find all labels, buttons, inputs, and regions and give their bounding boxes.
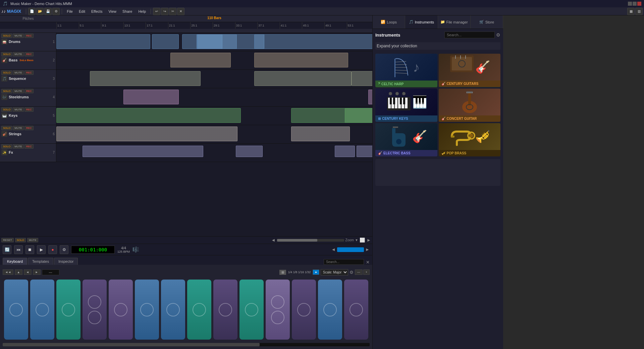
grid-view-2[interactable]: ▥ <box>635 8 643 15</box>
metronome-button[interactable]: 🎼 <box>132 246 139 253</box>
reset-button[interactable]: RESET <box>1 238 14 242</box>
menu-share[interactable]: Share <box>120 9 135 14</box>
instrument-card-century-guitars[interactable]: 🎸 CENTURY GUITARS <box>439 54 501 87</box>
piano-scrollbar[interactable] <box>3 343 370 346</box>
instruments-search[interactable] <box>444 32 495 38</box>
piano-key-3[interactable] <box>56 280 80 340</box>
piano-key-5[interactable] <box>109 280 133 340</box>
piano-key-9[interactable] <box>213 280 237 340</box>
instrument-card-century-keys[interactable]: ⊞ CENTURY KEYS <box>375 89 437 122</box>
instrument-card-celtic-harp[interactable]: 𝄢 CELTIC HARP <box>375 54 437 87</box>
track-6-content[interactable] <box>56 125 372 143</box>
volume-left[interactable]: ◄ <box>331 247 336 252</box>
kb-nav-3[interactable]: ◄ <box>24 269 32 275</box>
kb-ctrl-1[interactable]: — <box>355 269 363 275</box>
kb-nav-1[interactable]: ◄◄ <box>3 269 13 275</box>
menu-edit[interactable]: Edit <box>76 9 88 14</box>
track-5-content[interactable] <box>56 107 372 125</box>
minimize-button[interactable] <box>628 2 632 6</box>
piano-key-2[interactable] <box>30 280 54 340</box>
zoom-scrollbar[interactable] <box>277 239 344 242</box>
track-expand-button[interactable]: ⬜ <box>360 238 365 243</box>
track-3-rec[interactable]: REC <box>24 70 34 75</box>
menu-file[interactable]: File <box>64 9 75 14</box>
instruments-settings-button[interactable]: ⚙ <box>496 32 500 38</box>
tab-loops[interactable]: 🔁 Loops <box>373 15 405 29</box>
track-4-solo[interactable]: SOLO <box>1 89 12 93</box>
kb-ctrl-2[interactable]: + <box>363 269 370 275</box>
cut-button[interactable]: ✂ <box>169 8 176 15</box>
track-2-content[interactable] <box>56 51 372 69</box>
stop-button[interactable]: ⏹ <box>25 245 34 254</box>
track-3-mute[interactable]: MUTE <box>13 70 24 75</box>
track-4-mute[interactable]: MUTE <box>13 89 24 93</box>
track-2-rec[interactable]: REC <box>24 52 34 56</box>
track-1-mute[interactable]: MUTE <box>13 34 24 38</box>
tab-instruments[interactable]: 🎵 Instruments <box>405 15 438 29</box>
maximize-button[interactable] <box>633 2 637 6</box>
loop-button[interactable]: 🔄 <box>3 245 11 254</box>
track-2-solo[interactable]: SOLO <box>1 52 12 56</box>
volume-right[interactable]: ► <box>365 247 370 252</box>
tab-file-manager[interactable]: 📁 File manager <box>438 15 471 29</box>
piano-key-10[interactable] <box>239 280 264 340</box>
piano-key-4[interactable] <box>83 280 107 340</box>
bottom-close-button[interactable]: ✕ <box>366 260 370 265</box>
track-6-rec[interactable]: REC <box>24 126 34 130</box>
menu-view[interactable]: View <box>106 9 119 14</box>
track-4-content[interactable] <box>56 88 372 106</box>
track-1-solo[interactable]: SOLO <box>1 34 12 38</box>
track-1-rec[interactable]: REC <box>24 34 34 38</box>
track-6-mute[interactable]: MUTE <box>13 126 24 130</box>
track-4-rec[interactable]: REC <box>24 89 34 93</box>
piano-key-11[interactable] <box>266 280 290 340</box>
rewind-button[interactable]: ⏮ <box>14 245 23 254</box>
cancel-button[interactable]: ✕ <box>177 8 184 15</box>
track-3-solo[interactable]: SOLO <box>1 70 12 75</box>
open-button[interactable]: 📂 <box>36 8 44 15</box>
piano-key-8[interactable] <box>187 280 211 340</box>
volume-bar[interactable] <box>337 247 364 252</box>
tab-store[interactable]: 🛒 Store <box>471 15 503 29</box>
options-button[interactable]: ⚙ <box>52 8 60 15</box>
tab-inspector[interactable]: Inspector <box>54 258 78 265</box>
grid-view-1[interactable]: ▦ <box>627 8 635 15</box>
close-button[interactable] <box>637 2 641 6</box>
menu-effects[interactable]: Effects <box>89 9 105 14</box>
redo-button[interactable]: ↪ <box>161 8 168 15</box>
piano-key-7[interactable] <box>161 280 185 340</box>
piano-key-6[interactable] <box>135 280 159 340</box>
track-7-rec[interactable]: REC <box>24 144 34 149</box>
track-scroll-left[interactable]: ◄ <box>271 238 275 243</box>
kb-grid-btn[interactable]: ⊞ <box>279 270 286 275</box>
track-7-mute[interactable]: MUTE <box>13 144 24 149</box>
track-1-content[interactable] <box>56 33 372 51</box>
track-3-content[interactable] <box>56 70 372 88</box>
instrument-card-pop-brass[interactable]: 🎺 POP BRASS <box>439 123 501 156</box>
track-scroll-right[interactable]: ► <box>367 238 371 243</box>
bottom-search[interactable] <box>324 259 364 265</box>
save-button[interactable]: 💾 <box>44 8 52 15</box>
track-6-solo[interactable]: SOLO <box>1 126 12 130</box>
tab-keyboard[interactable]: Keyboard <box>3 258 27 265</box>
all-solo-button[interactable]: SOLO <box>15 238 26 242</box>
piano-key-12[interactable] <box>292 280 316 340</box>
track-5-rec[interactable]: REC <box>24 107 34 112</box>
piano-key-1[interactable] <box>4 280 28 340</box>
track-5-solo[interactable]: SOLO <box>1 107 12 112</box>
kb-settings[interactable]: ⚙ <box>350 270 354 275</box>
kb-zoom[interactable]: ● <box>313 269 319 275</box>
play-button[interactable]: ▶ <box>37 245 46 254</box>
instrument-card-electric-bass[interactable]: 🎸 ELECTRIC BASS <box>375 123 437 156</box>
piano-key-13[interactable] <box>318 280 342 340</box>
all-mute-button[interactable]: MUTE <box>27 238 38 242</box>
track-7-solo[interactable]: SOLO <box>1 144 12 149</box>
new-button[interactable]: 📄 <box>28 8 36 15</box>
kb-nav-4[interactable]: ► <box>33 269 41 275</box>
record-button[interactable]: ● <box>48 245 57 254</box>
menu-help[interactable]: Help <box>136 9 149 14</box>
track-7-content[interactable] <box>56 144 372 162</box>
instrument-card-concert-guitar[interactable]: 🎸 CONCERT GUITAR <box>439 89 501 122</box>
kb-nav-2[interactable]: ▲ <box>15 269 22 275</box>
tab-templates[interactable]: Templates <box>28 258 53 265</box>
